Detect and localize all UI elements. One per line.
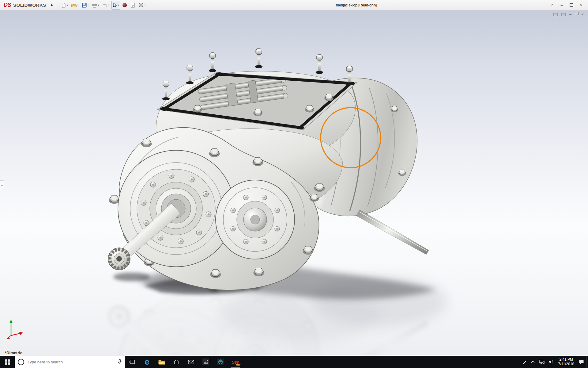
flyout-arrow-icon: ▶ [51, 4, 53, 6]
volume-button[interactable] [547, 356, 556, 368]
search-input[interactable] [27, 359, 115, 365]
cortana-circle-icon [18, 359, 24, 365]
screen: DS SOLIDWORKS ▶ ▾ ▾ ▾ ▾ [0, 0, 588, 368]
brand-text: SOLIDWORKS [13, 2, 46, 8]
select-cursor-icon [113, 3, 117, 8]
microphone-icon[interactable] [118, 359, 122, 365]
store-button[interactable] [169, 356, 184, 368]
graphics-area[interactable]: – × ◂ *Dimetric [0, 10, 588, 356]
solidworks-logo: DS SOLIDWORKS [0, 0, 49, 10]
doc-restore-button[interactable] [575, 12, 578, 17]
view-orientation-label: *Dimetric [5, 351, 22, 355]
x-axis [11, 333, 20, 335]
undo-button[interactable]: ▾ [101, 1, 111, 10]
dropdown-arrow-icon[interactable]: ▾ [67, 4, 68, 6]
pen-icon [522, 360, 527, 364]
document-title: menjac sklop [Read-only] [336, 0, 377, 10]
options-button[interactable]: ▾ [137, 1, 147, 10]
file-explorer-button[interactable] [154, 356, 169, 368]
orientation-triad[interactable] [6, 318, 26, 340]
print-icon [92, 3, 97, 8]
action-center-icon [579, 360, 584, 364]
3d-model-canvas[interactable] [0, 10, 588, 356]
dropdown-arrow-icon[interactable]: ▾ [87, 4, 89, 6]
solidworks-app-icon: SW 2017 [231, 357, 240, 366]
3d-viewer-button[interactable] [213, 356, 228, 368]
action-center-button[interactable] [577, 356, 586, 368]
dropdown-arrow-icon[interactable]: ▾ [108, 4, 109, 6]
clock-date: 7/11/2018 [558, 362, 575, 366]
dropdown-arrow-icon[interactable]: ▾ [118, 4, 119, 6]
photos-icon [202, 358, 209, 365]
close-button[interactable]: × [576, 0, 586, 10]
photos-button[interactable] [198, 356, 213, 368]
menu-flyout-arrow[interactable]: ▶ [49, 0, 55, 10]
file-explorer-icon [158, 359, 165, 365]
doc-pane-right-button[interactable] [561, 12, 566, 17]
doc-close-button[interactable]: × [582, 12, 584, 17]
quick-access-toolbar: ▾ ▾ ▾ ▾ ▾ ▾ [55, 1, 147, 10]
select-tool-button[interactable]: ▾ [111, 1, 120, 10]
mail-button[interactable] [184, 356, 198, 368]
network-button[interactable] [537, 356, 547, 368]
pane-arrow-left-icon [553, 13, 558, 17]
volume-icon [549, 360, 554, 364]
ds-logo-icon: DS [4, 2, 11, 8]
restore-icon [575, 13, 578, 16]
task-view-icon [129, 359, 135, 364]
start-button[interactable] [0, 356, 15, 368]
tray-overflow-button[interactable] [529, 356, 537, 368]
store-icon [174, 359, 179, 365]
save-icon [82, 3, 87, 8]
taskbar: e SW 2017 [0, 356, 588, 368]
dropdown-arrow-icon[interactable]: ▾ [77, 4, 78, 6]
tray-chevron-icon [531, 361, 535, 363]
solidworks-app-button[interactable]: SW 2017 [228, 356, 243, 368]
maximize-icon [570, 3, 573, 7]
task-view-button[interactable] [125, 356, 140, 368]
save-button[interactable]: ▾ [81, 1, 90, 10]
document-properties-button[interactable] [129, 1, 136, 10]
gearbox-model[interactable] [108, 49, 429, 290]
document-window-controls: – × [553, 12, 584, 17]
dropdown-arrow-icon[interactable]: ▾ [98, 4, 99, 6]
pane-arrow-right-icon [561, 13, 566, 17]
doc-pane-left-button[interactable] [553, 12, 558, 17]
mail-icon [188, 360, 194, 364]
pen-button[interactable] [520, 356, 529, 368]
print-button[interactable]: ▾ [91, 1, 100, 10]
taskbar-clock[interactable]: 2:41 PM 7/11/2018 [556, 357, 577, 366]
dropdown-arrow-icon[interactable]: ▾ [144, 4, 145, 6]
open-button[interactable]: ▾ [70, 1, 80, 10]
options-gear-icon [138, 2, 144, 8]
doc-minimize-button[interactable]: – [569, 12, 571, 17]
network-icon [539, 360, 545, 364]
help-button[interactable]: ? [547, 0, 557, 10]
clock-time: 2:41 PM [559, 357, 573, 362]
document-sheet-icon [130, 3, 135, 8]
new-document-button[interactable]: ▾ [60, 1, 69, 10]
system-tray: 2:41 PM 7/11/2018 [520, 356, 588, 368]
window-controls: ? – × [547, 0, 588, 10]
appearances-button[interactable] [121, 1, 128, 10]
show-desktop-button[interactable] [586, 356, 588, 368]
edge-icon: e [145, 358, 149, 366]
featuremanager-flyout-arrow[interactable]: ◂ [0, 180, 4, 190]
edge-button[interactable]: e [140, 356, 154, 368]
3d-viewer-icon [217, 358, 224, 365]
start-icon [5, 359, 10, 365]
undo-icon [102, 3, 107, 8]
titlebar: DS SOLIDWORKS ▶ ▾ ▾ ▾ ▾ [0, 0, 588, 10]
taskbar-search[interactable] [15, 356, 125, 368]
minimize-button[interactable]: – [557, 0, 567, 10]
new-document-icon [61, 3, 66, 8]
open-icon [71, 3, 77, 8]
appearance-sphere-icon [122, 3, 127, 8]
maximize-button[interactable] [567, 0, 576, 10]
